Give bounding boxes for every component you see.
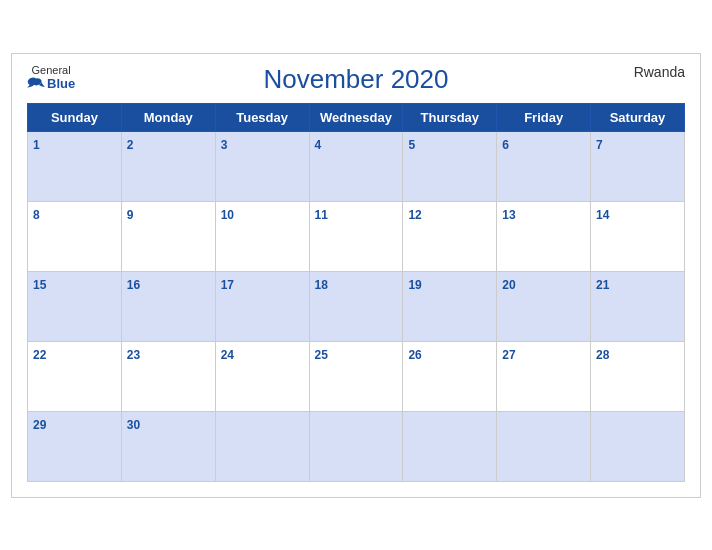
day-cell: 6 [497, 131, 591, 201]
day-cell: 29 [28, 411, 122, 481]
day-cell: 2 [121, 131, 215, 201]
calendar-week-row: 15161718192021 [28, 271, 685, 341]
day-cell: 15 [28, 271, 122, 341]
day-cell: 5 [403, 131, 497, 201]
day-number: 24 [221, 348, 234, 362]
day-cell: 7 [591, 131, 685, 201]
day-cell: 4 [309, 131, 403, 201]
empty-day-cell [403, 411, 497, 481]
day-cell: 17 [215, 271, 309, 341]
day-number: 8 [33, 208, 40, 222]
day-number: 19 [408, 278, 421, 292]
empty-day-cell [591, 411, 685, 481]
day-number: 12 [408, 208, 421, 222]
day-number: 7 [596, 138, 603, 152]
day-number: 22 [33, 348, 46, 362]
weekday-header-tuesday: Tuesday [215, 103, 309, 131]
calendar-week-row: 2930 [28, 411, 685, 481]
day-cell: 13 [497, 201, 591, 271]
day-number: 11 [315, 208, 328, 222]
weekday-header-sunday: Sunday [28, 103, 122, 131]
weekday-header-saturday: Saturday [591, 103, 685, 131]
day-cell: 12 [403, 201, 497, 271]
day-cell: 9 [121, 201, 215, 271]
calendar-title: November 2020 [264, 64, 449, 95]
day-number: 14 [596, 208, 609, 222]
day-number: 6 [502, 138, 509, 152]
weekday-header-thursday: Thursday [403, 103, 497, 131]
empty-day-cell [497, 411, 591, 481]
day-number: 13 [502, 208, 515, 222]
day-cell: 14 [591, 201, 685, 271]
day-cell: 18 [309, 271, 403, 341]
day-cell: 23 [121, 341, 215, 411]
day-number: 25 [315, 348, 328, 362]
day-cell: 16 [121, 271, 215, 341]
day-cell: 28 [591, 341, 685, 411]
day-number: 5 [408, 138, 415, 152]
calendar-week-row: 22232425262728 [28, 341, 685, 411]
day-number: 3 [221, 138, 228, 152]
day-number: 4 [315, 138, 322, 152]
weekday-header-row: SundayMondayTuesdayWednesdayThursdayFrid… [28, 103, 685, 131]
weekday-header-friday: Friday [497, 103, 591, 131]
day-number: 28 [596, 348, 609, 362]
logo-area: General Blue [27, 64, 75, 91]
day-cell: 19 [403, 271, 497, 341]
day-cell: 27 [497, 341, 591, 411]
day-number: 15 [33, 278, 46, 292]
day-cell: 25 [309, 341, 403, 411]
day-cell: 24 [215, 341, 309, 411]
day-cell: 3 [215, 131, 309, 201]
empty-day-cell [215, 411, 309, 481]
day-number: 2 [127, 138, 134, 152]
empty-day-cell [309, 411, 403, 481]
day-number: 30 [127, 418, 140, 432]
day-number: 16 [127, 278, 140, 292]
calendar-week-row: 1234567 [28, 131, 685, 201]
day-cell: 10 [215, 201, 309, 271]
calendar-header: General Blue November 2020 Rwanda [27, 64, 685, 95]
day-number: 18 [315, 278, 328, 292]
calendar-week-row: 891011121314 [28, 201, 685, 271]
country-label: Rwanda [634, 64, 685, 80]
day-number: 17 [221, 278, 234, 292]
day-cell: 1 [28, 131, 122, 201]
day-number: 23 [127, 348, 140, 362]
day-cell: 30 [121, 411, 215, 481]
day-number: 10 [221, 208, 234, 222]
day-number: 21 [596, 278, 609, 292]
day-cell: 26 [403, 341, 497, 411]
calendar-table: SundayMondayTuesdayWednesdayThursdayFrid… [27, 103, 685, 482]
day-number: 9 [127, 208, 134, 222]
day-number: 26 [408, 348, 421, 362]
day-number: 1 [33, 138, 40, 152]
weekday-header-monday: Monday [121, 103, 215, 131]
logo-general-text: General [32, 64, 71, 76]
day-cell: 11 [309, 201, 403, 271]
logo-bird-icon [27, 76, 45, 90]
day-cell: 21 [591, 271, 685, 341]
weekday-header-wednesday: Wednesday [309, 103, 403, 131]
day-cell: 20 [497, 271, 591, 341]
logo-blue-text: Blue [27, 76, 75, 91]
calendar-container: General Blue November 2020 Rwanda Sunday… [11, 53, 701, 498]
day-number: 20 [502, 278, 515, 292]
day-number: 29 [33, 418, 46, 432]
day-cell: 8 [28, 201, 122, 271]
day-cell: 22 [28, 341, 122, 411]
day-number: 27 [502, 348, 515, 362]
